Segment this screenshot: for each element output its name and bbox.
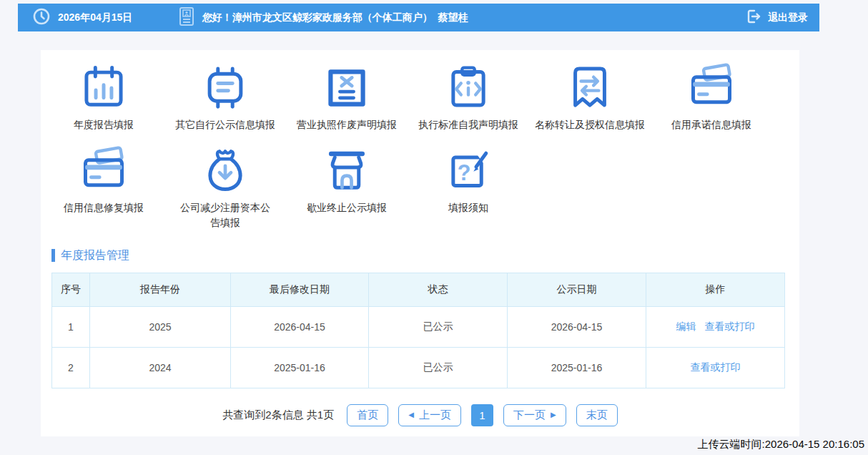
menu-item-license-void[interactable]: 营业执照作废声明填报	[286, 63, 408, 132]
menu-item-credit-commitment[interactable]: 信用承诺信息填报	[651, 63, 772, 132]
menu-item-label: 歇业终止公示填报	[307, 200, 387, 215]
menu-item-filing-notice[interactable]: ? 填报须知	[408, 146, 529, 230]
current-page-button[interactable]: 1	[471, 404, 493, 426]
logout-label: 退出登录	[768, 11, 808, 24]
menu-row-1: 年度报告填报 其它自行公示信息填报	[43, 63, 799, 132]
menu-item-credit-repair[interactable]: 信用信息修复填报	[43, 146, 164, 230]
top-bar: 2026年04月15日 您好！漳州市龙文区鲸彩家政服务部（个体工商户） 蔡望桂 …	[18, 4, 819, 31]
function-menu: 年度报告填报 其它自行公示信息填报	[41, 50, 799, 230]
cell-year: 2025	[90, 306, 231, 347]
user-greeting: 您好！漳州市龙文区鲸彩家政服务部（个体工商户） 蔡望桂	[202, 11, 468, 24]
view-print-link[interactable]: 查看或打印	[705, 321, 755, 332]
menu-item-label: 执行标准自我声明填报	[418, 117, 518, 132]
next-page-label: 下一页	[513, 408, 546, 422]
section-header: 年度报告管理	[51, 248, 799, 263]
menu-item-standard-declaration[interactable]: 执行标准自我声明填报	[408, 63, 529, 132]
col-header-actions: 操作	[646, 273, 785, 306]
cell-status: 已公示	[369, 347, 508, 388]
menu-item-label: 其它自行公示信息填报	[175, 117, 275, 132]
left-triangle-icon: ◀	[408, 411, 414, 419]
bulletin-board-icon	[200, 63, 250, 113]
logout-button[interactable]: 退出登录	[745, 8, 808, 27]
cell-modified: 2026-04-15	[231, 306, 369, 347]
menu-item-label: 年度报告填报	[74, 117, 134, 132]
next-page-button[interactable]: 下一页 ▶	[503, 404, 566, 426]
annual-report-table: 序号 报告年份 最后修改日期 状态 公示日期 操作 1 2025 2026-04…	[51, 273, 785, 388]
menu-item-business-closure[interactable]: 歇业终止公示填报	[286, 146, 408, 230]
menu-row-2: 信用信息修复填报 公司减少注册资本公告填报	[43, 146, 799, 230]
last-page-label: 末页	[586, 408, 608, 422]
cell-modified: 2025-01-16	[231, 347, 369, 388]
menu-item-other-publicity[interactable]: 其它自行公示信息填报	[164, 63, 286, 132]
table-row: 2 2024 2025-01-16 已公示 2025-01-16 查看或打印	[52, 347, 785, 388]
money-bag-icon	[200, 146, 250, 196]
menu-item-label: 公司减少注册资本公告填报	[179, 200, 271, 230]
license-void-icon	[322, 63, 372, 113]
edit-link[interactable]: 编辑	[676, 321, 696, 332]
id-badge-icon	[161, 0, 194, 40]
right-triangle-icon: ▶	[551, 411, 556, 419]
pagination: 共查询到2条信息 共1页 首页 ◀ 上一页 1 下一页 ▶ 末页	[41, 404, 799, 426]
shop-icon	[322, 146, 372, 196]
clipboard-code-icon	[443, 63, 493, 113]
menu-item-label: 营业执照作废声明填报	[297, 117, 397, 132]
menu-item-annual-report[interactable]: 年度报告填报	[43, 63, 164, 132]
table-header-row: 序号 报告年份 最后修改日期 状态 公示日期 操作	[52, 273, 785, 306]
calendar-report-icon	[79, 63, 129, 113]
col-header-modified: 最后修改日期	[231, 273, 369, 306]
date-group: 2026年04月15日	[32, 7, 132, 28]
prev-page-label: 上一页	[419, 408, 451, 422]
cell-year: 2024	[90, 347, 231, 388]
last-page-button[interactable]: 末页	[576, 404, 618, 426]
cell-actions: 查看或打印	[646, 347, 785, 388]
first-page-button[interactable]: 首页	[347, 404, 388, 426]
view-print-link[interactable]: 查看或打印	[691, 361, 741, 373]
col-header-published: 公示日期	[508, 273, 646, 306]
logout-icon	[745, 8, 762, 27]
menu-item-label: 信用承诺信息填报	[671, 117, 751, 132]
prev-page-button[interactable]: ◀ 上一页	[398, 404, 461, 426]
table-row: 1 2025 2026-04-15 已公示 2026-04-15 编辑查看或打印	[52, 306, 785, 347]
first-page-label: 首页	[357, 408, 378, 422]
svg-text:?: ?	[458, 160, 471, 185]
cell-published: 2026-04-15	[508, 306, 646, 347]
question-note-icon: ?	[443, 146, 493, 196]
credit-repair-card-icon	[79, 146, 129, 196]
col-header-index: 序号	[52, 273, 90, 306]
greeting-group: 您好！漳州市龙文区鲸彩家政服务部（个体工商户） 蔡望桂	[161, 0, 468, 40]
upload-time-text: 上传云端时间:2026-04-15 20:16:05	[698, 438, 864, 451]
menu-item-label: 名称转让及授权信息填报	[535, 117, 645, 132]
clock-icon	[32, 7, 51, 28]
cell-actions: 编辑查看或打印	[646, 306, 785, 347]
col-header-year: 报告年份	[90, 273, 231, 306]
result-summary: 共查询到2条信息 共1页	[222, 408, 334, 422]
main-card: 年度报告填报 其它自行公示信息填报	[41, 50, 799, 436]
cell-status: 已公示	[369, 306, 508, 347]
menu-item-label: 填报须知	[448, 200, 488, 215]
section-accent-bar	[51, 249, 55, 262]
cell-published: 2025-01-16	[508, 347, 646, 388]
cell-index: 2	[52, 347, 90, 388]
col-header-status: 状态	[369, 273, 508, 306]
transfer-ribbon-icon	[565, 63, 615, 113]
menu-item-name-transfer[interactable]: 名称转让及授权信息填报	[529, 63, 651, 132]
current-date: 2026年04月15日	[58, 11, 132, 24]
menu-item-capital-reduction[interactable]: 公司减少注册资本公告填报	[164, 146, 286, 230]
credit-card-icon	[686, 63, 736, 113]
cell-index: 1	[52, 306, 90, 347]
section-title: 年度报告管理	[61, 248, 129, 263]
menu-item-label: 信用信息修复填报	[64, 200, 144, 215]
